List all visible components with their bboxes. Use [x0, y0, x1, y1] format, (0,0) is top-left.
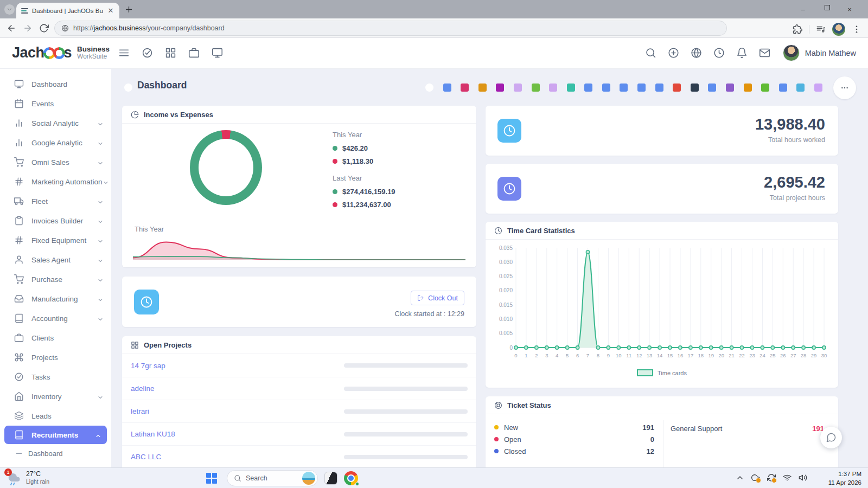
palette-swatch[interactable]: [691, 84, 699, 92]
project-row: letrari: [122, 400, 476, 422]
sidebar-item-sales-agent[interactable]: Sales Agent: [0, 250, 111, 269]
check-circle-icon[interactable]: [142, 47, 153, 59]
project-link[interactable]: adeline: [131, 384, 155, 393]
sidebar-item-events[interactable]: Events: [0, 94, 111, 113]
svg-text:4: 4: [556, 352, 558, 358]
palette-swatch[interactable]: [478, 84, 487, 92]
back-icon[interactable]: [7, 23, 16, 33]
clock-icon[interactable]: [713, 47, 725, 59]
palette-swatch[interactable]: [744, 84, 752, 92]
window-minimize-icon[interactable]: –: [799, 5, 807, 14]
sidebar-item-invoices-builder[interactable]: Invoices Builder: [0, 211, 111, 230]
sidebar-item-tasks[interactable]: Tasks: [0, 367, 111, 387]
palette-swatch[interactable]: [443, 84, 451, 92]
tab-close-icon[interactable]: ✕: [107, 7, 114, 15]
palette-swatch[interactable]: [584, 84, 592, 92]
sidebar-item-fleet[interactable]: Fleet: [0, 191, 111, 211]
monitor-icon[interactable]: [212, 47, 223, 59]
palette-swatch[interactable]: [496, 84, 504, 92]
palette-swatch[interactable]: [814, 84, 822, 92]
tab-search-chevron-icon[interactable]: [4, 4, 15, 15]
taskbar-clock[interactable]: 1:37 PM 11 Apr 2026: [828, 470, 861, 487]
page-more-button[interactable]: [833, 76, 856, 99]
palette-swatch[interactable]: [796, 84, 805, 92]
sidebar-item-accounting[interactable]: Accounting: [0, 309, 111, 328]
chrome-icon[interactable]: [344, 471, 358, 485]
sidebar-item-dashboard[interactable]: Dashboard: [0, 74, 111, 94]
sidebar-item-fixed-equipment[interactable]: Fixed Equipment: [0, 230, 111, 250]
browser-tab[interactable]: Dashboard | JachOOs Business ✕: [16, 3, 119, 18]
mail-icon[interactable]: [759, 47, 770, 59]
app-logo[interactable]: Jachs Business WorkSuite: [12, 44, 110, 61]
sidebar-item-google-analytic[interactable]: Google Analytic: [0, 133, 111, 152]
forward-icon[interactable]: [23, 23, 33, 33]
project-link[interactable]: Latihan KU18: [131, 430, 175, 438]
palette-swatch[interactable]: [620, 84, 628, 92]
svg-text:0.005: 0.005: [499, 330, 513, 336]
palette-swatch[interactable]: [637, 84, 646, 92]
taskbar-search[interactable]: Search: [227, 470, 318, 486]
globe-icon[interactable]: [691, 47, 702, 59]
palette-swatch[interactable]: [461, 84, 469, 92]
sidebar-item-clients[interactable]: Clients: [0, 328, 111, 348]
grid-icon[interactable]: [165, 47, 176, 59]
browser-profile-avatar[interactable]: [832, 23, 845, 36]
palette-swatch[interactable]: [532, 84, 540, 92]
briefcase-icon[interactable]: [188, 47, 200, 59]
search-icon[interactable]: [645, 47, 656, 59]
sidebar-item-inventory[interactable]: Inventory: [0, 387, 111, 406]
sidebar-subitem-dashboard[interactable]: Dashboard: [0, 444, 111, 463]
window-close-icon[interactable]: ×: [845, 5, 854, 14]
palette-swatch[interactable]: [567, 84, 575, 92]
sidebar-item-social-analytic[interactable]: Social Analytic: [0, 113, 111, 133]
site-info-icon[interactable]: [61, 24, 69, 32]
chat-fab-button[interactable]: [820, 427, 842, 448]
taskbar-app-icon[interactable]: [324, 472, 337, 485]
volume-tray-icon[interactable]: [799, 473, 807, 482]
sidebar-item-purchase[interactable]: Purchase: [0, 269, 111, 289]
ticket-status-row: Open0: [494, 433, 654, 445]
sidebar-item-recruitments[interactable]: Recruitments: [4, 426, 107, 444]
palette-swatch[interactable]: [761, 84, 769, 92]
extensions-icon[interactable]: [793, 24, 802, 34]
palette-swatch[interactable]: [514, 84, 522, 92]
project-link[interactable]: letrari: [131, 407, 149, 415]
svg-text:24: 24: [760, 352, 765, 358]
sidebar-item-leads[interactable]: Leads: [0, 406, 111, 426]
palette-swatch[interactable]: [779, 84, 787, 92]
clock-out-button[interactable]: Clock Out: [411, 291, 464, 305]
project-link[interactable]: 14 7gr sap: [131, 362, 165, 370]
user-menu[interactable]: Mabin Mathew: [783, 44, 856, 61]
refresh-tray-icon[interactable]: [767, 473, 776, 482]
search-daily-image[interactable]: [302, 472, 315, 485]
wifi-tray-icon[interactable]: [783, 473, 792, 482]
bell-icon[interactable]: [736, 47, 748, 59]
address-bar[interactable]: https://jachoos.business/your-company/da…: [54, 21, 727, 36]
project-link[interactable]: ABC LLC: [131, 453, 161, 461]
palette-swatch[interactable]: [673, 84, 681, 92]
new-tab-icon[interactable]: [124, 5, 133, 14]
menu-icon[interactable]: [118, 47, 130, 59]
reload-icon[interactable]: [39, 23, 49, 33]
palette-white-dot[interactable]: [425, 84, 433, 92]
sidebar-item-projects[interactable]: Projects: [0, 348, 111, 367]
taskbar-weather[interactable]: 1 27°C Light rain: [5, 470, 49, 486]
user-avatar[interactable]: [783, 44, 800, 61]
sidebar-item-omni-sales[interactable]: Omni Sales: [0, 152, 111, 172]
last-year-expense: $11,234,637.00: [342, 201, 391, 209]
palette-swatch[interactable]: [655, 84, 663, 92]
chevron-up-tray-icon[interactable]: [736, 473, 744, 482]
project-hours-value: 2,695.42: [764, 174, 825, 191]
palette-swatch[interactable]: [708, 84, 716, 92]
sidebar-item-manufacturing[interactable]: Manufacturing: [0, 289, 111, 309]
window-maximize-icon[interactable]: [825, 5, 830, 10]
sidebar-item-marketing-automation[interactable]: Marketing Automation: [0, 172, 111, 191]
palette-swatch[interactable]: [549, 84, 557, 92]
browser-menu-icon[interactable]: [852, 24, 861, 34]
media-controls-icon[interactable]: [816, 24, 826, 34]
palette-swatch[interactable]: [726, 84, 734, 92]
plus-circle-icon[interactable]: [668, 47, 679, 59]
cloud-tray-icon[interactable]: [751, 473, 760, 482]
palette-swatch[interactable]: [602, 84, 610, 92]
start-button[interactable]: [206, 473, 217, 484]
